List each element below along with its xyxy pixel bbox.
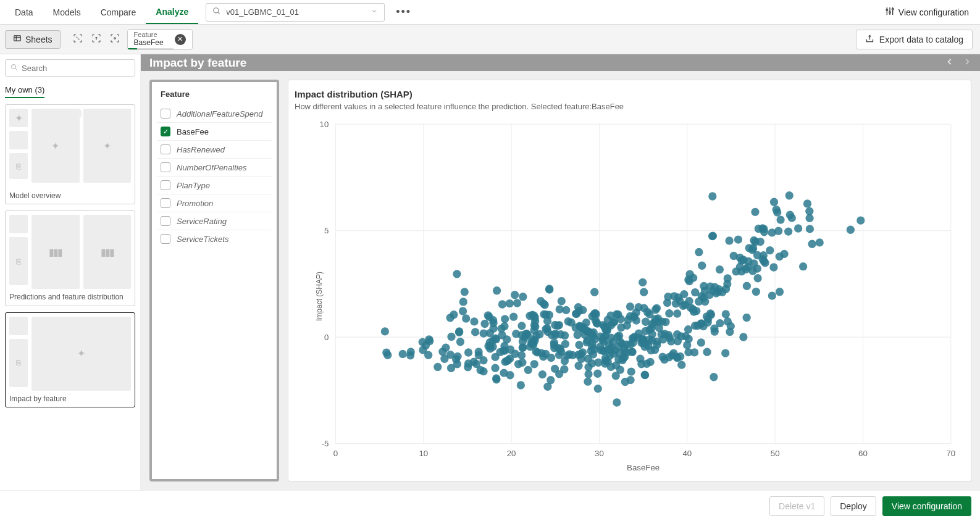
svg-point-404	[654, 318, 662, 326]
svg-point-459	[685, 297, 693, 305]
checkbox[interactable]	[161, 180, 170, 190]
feature-item-promotion[interactable]: Promotion	[157, 194, 272, 212]
sheet-card-label: Impact by feature	[9, 394, 131, 403]
main-panel: Impact by feature Feature AdditionalFeat…	[141, 54, 980, 490]
svg-point-406	[639, 336, 647, 344]
checkbox[interactable]	[161, 109, 170, 119]
svg-point-245	[574, 303, 582, 311]
zoom-reset-icon[interactable]	[91, 33, 101, 45]
svg-point-216	[555, 370, 563, 378]
svg-point-61	[442, 344, 450, 352]
svg-point-527	[816, 238, 824, 246]
feature-item-label: PlanType	[177, 181, 210, 190]
export-data-label: Export data to catalog	[879, 35, 963, 44]
svg-point-437	[676, 352, 684, 361]
sheet-search-box[interactable]	[5, 59, 135, 77]
feature-item-plantype[interactable]: PlanType	[157, 177, 272, 194]
svg-point-475	[753, 274, 761, 282]
more-menu-button[interactable]: •••	[392, 6, 415, 19]
svg-point-401	[630, 333, 639, 341]
svg-point-46	[399, 350, 407, 358]
svg-point-511	[780, 250, 788, 258]
svg-point-447	[698, 262, 706, 270]
sheet-card-impact-by-feature[interactable]: ⎘ ✦ Impact by feature	[5, 312, 135, 407]
tab-analyze[interactable]: Analyze	[146, 0, 198, 24]
sheet-card-predictions[interactable]: ⎘ ▮▮▮ ▮▮▮ Predictions and feature distri…	[5, 210, 135, 306]
svg-point-487	[732, 267, 740, 275]
close-icon[interactable]: ✕	[175, 34, 186, 45]
svg-point-376	[653, 304, 661, 312]
svg-point-5	[889, 12, 891, 14]
feature-item-numberofpenalties[interactable]: NumberOfPenalties	[157, 159, 272, 177]
feature-item-additionalfeaturespend[interactable]: AdditionalFeatureSpend	[157, 105, 272, 123]
fullscreen-icon[interactable]	[110, 33, 120, 45]
export-data-button[interactable]: Export data to catalog	[856, 30, 973, 49]
svg-point-317	[601, 323, 609, 331]
svg-point-458	[697, 319, 705, 327]
view-config-top-button[interactable]: View configuration	[879, 6, 975, 18]
svg-line-11	[76, 36, 79, 40]
checkbox[interactable]: ✓	[161, 127, 170, 136]
checkbox[interactable]	[161, 234, 170, 244]
svg-point-94	[464, 363, 472, 371]
feature-filter-chip[interactable]: Feature BaseFee ✕	[127, 29, 193, 50]
checkbox[interactable]	[161, 216, 170, 226]
svg-point-130	[479, 330, 487, 338]
svg-point-350	[612, 372, 620, 380]
shap-scatter-plot[interactable]: 010203040506070-50510BaseFee	[295, 117, 965, 475]
tab-data[interactable]: Data	[5, 0, 43, 24]
sheet-search-input[interactable]	[22, 64, 130, 73]
svg-point-138	[503, 336, 511, 344]
feature-item-servicerating[interactable]: ServiceRating	[157, 212, 272, 230]
svg-point-13	[114, 38, 115, 40]
feature-item-label: HasRenewed	[177, 145, 225, 154]
svg-point-75	[452, 356, 460, 364]
feature-item-basefee[interactable]: ✓BaseFee	[157, 123, 272, 141]
svg-point-62	[456, 338, 464, 346]
model-select-dropdown[interactable]: v01_LGBMC_01_01	[206, 3, 385, 22]
checkbox[interactable]	[161, 198, 170, 208]
svg-point-422	[710, 373, 718, 381]
svg-point-168	[539, 352, 547, 361]
svg-rect-8	[14, 36, 21, 41]
checkbox[interactable]	[161, 162, 170, 172]
view-config-footer-button[interactable]: View configuration	[882, 496, 971, 516]
svg-point-66	[462, 315, 470, 323]
search-icon	[10, 64, 18, 73]
tab-models[interactable]: Models	[43, 0, 91, 24]
svg-point-56	[425, 335, 433, 343]
svg-point-454	[700, 282, 708, 290]
prev-sheet-button[interactable]	[945, 57, 954, 69]
checkbox[interactable]	[161, 144, 170, 154]
svg-point-503	[752, 238, 760, 246]
svg-point-175	[509, 313, 517, 321]
svg-point-259	[565, 351, 573, 359]
feature-item-hasrenewed[interactable]: HasRenewed	[157, 141, 272, 159]
svg-point-386	[673, 310, 681, 318]
svg-point-291	[591, 309, 599, 317]
sheets-button[interactable]: Sheets	[5, 30, 61, 49]
svg-point-518	[794, 225, 802, 233]
svg-point-479	[752, 288, 760, 296]
feature-item-servicetickets[interactable]: ServiceTickets	[157, 230, 272, 248]
svg-point-352	[611, 346, 619, 354]
sheet-card-model-overview[interactable]: ✦ ⎘ ✦ ✦ Model overview	[5, 104, 135, 204]
svg-text:10: 10	[419, 449, 428, 458]
export-icon	[865, 34, 874, 45]
search-icon	[212, 7, 221, 17]
svg-point-145	[514, 360, 522, 368]
svg-point-525	[770, 198, 778, 206]
svg-point-340	[639, 278, 647, 286]
deploy-button[interactable]: Deploy	[831, 496, 876, 516]
svg-point-182	[522, 330, 530, 338]
svg-point-93	[459, 307, 467, 315]
next-sheet-button[interactable]	[963, 57, 971, 69]
svg-point-180	[519, 293, 527, 301]
tab-compare[interactable]: Compare	[91, 0, 146, 24]
svg-point-274	[584, 370, 592, 378]
svg-point-126	[501, 315, 509, 323]
sheet-card-label: Model overview	[9, 191, 131, 200]
svg-point-441	[665, 309, 673, 317]
svg-text:60: 60	[858, 449, 868, 458]
selection-tool-icon[interactable]	[73, 33, 83, 45]
